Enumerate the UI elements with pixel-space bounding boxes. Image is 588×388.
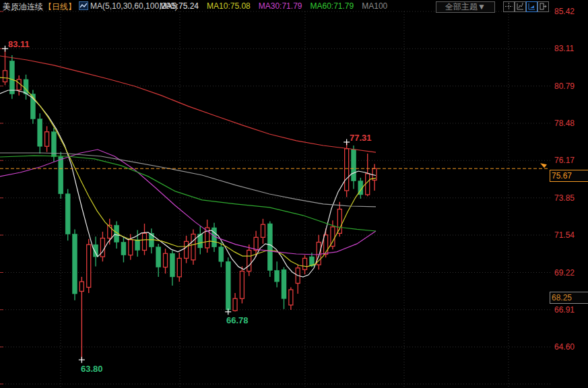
y-axis-tick: 85.42 (554, 7, 575, 16)
axis-scale-icon[interactable] (515, 1, 526, 12)
y-axis-tick: 71.54 (554, 230, 575, 240)
y-axis-tick: 69.22 (554, 268, 575, 278)
ma-legend-item: MA30:71.79 (259, 1, 302, 11)
axis-chart-icon[interactable] (526, 1, 537, 12)
last-price-box: 75.67 (550, 170, 588, 182)
extreme-price-label: 83.11 (8, 39, 30, 49)
symbol-title: 美原油连续 (3, 1, 43, 13)
trading-chart-window: 美原油连续 【日线】 MA(5,10,30,60,100,200) MA5:75… (0, 0, 588, 388)
ma-legend: MA5:75.24MA10:75.08MA30:71.79MA60:71.79M… (160, 1, 395, 11)
ma-line-ma30 (0, 150, 376, 255)
settlement-price-box: 68.25 (550, 292, 588, 304)
y-axis-tick: 64.60 (554, 342, 575, 352)
ma-legend-item: MA5:75.24 (160, 1, 199, 11)
extreme-price-label: 66.78 (226, 315, 249, 325)
chart-header: 美原油连续 【日线】 MA(5,10,30,60,100,200) MA5:75… (0, 1, 588, 11)
y-axis-tick: 78.48 (554, 119, 575, 128)
ma-line-ma60 (0, 156, 376, 231)
crosshair-icon[interactable] (503, 1, 515, 12)
y-axis-tick: 76.17 (554, 156, 575, 165)
ma-legend-item: MA60:71.79 (310, 1, 354, 11)
popout-icon[interactable] (537, 1, 549, 12)
extreme-price-label: 77.31 (350, 133, 372, 143)
extreme-price-label: 63.80 (81, 364, 103, 374)
candlestick-chart-canvas[interactable] (0, 0, 588, 388)
y-axis-tick: 66.91 (554, 305, 575, 315)
y-axis-tick: 80.79 (554, 82, 575, 91)
y-axis-tick: 83.11 (554, 44, 574, 53)
ma-legend-item: MA100 (362, 1, 387, 11)
ma-legend-item: MA10:75.08 (207, 1, 251, 11)
period-label: 【日线】 (44, 1, 76, 13)
kline-icon (79, 1, 88, 10)
theme-dropdown-button[interactable]: 全部主题▼ (436, 1, 495, 13)
y-axis-tick: 73.85 (554, 193, 575, 203)
